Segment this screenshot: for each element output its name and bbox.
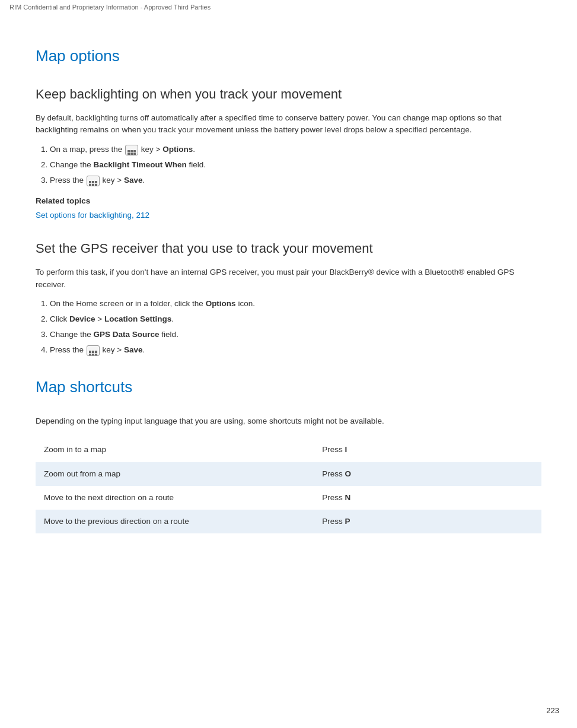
shortcuts-table: Zoom in to a map Press I Zoom out from a… (36, 438, 541, 533)
backlighting-step-3: Press the (50, 174, 541, 187)
confidential-bar: RIM Confidential and Proprietary Informa… (0, 0, 577, 15)
shortcuts-table-body: Zoom in to a map Press I Zoom out from a… (36, 438, 541, 533)
confidential-text: RIM Confidential and Proprietary Informa… (9, 4, 211, 11)
gps-step-3: Change the GPS Data Source field. (50, 329, 541, 341)
menu-key-icon-2 (87, 176, 100, 186)
map-shortcuts-section: Map shortcuts Depending on the typing in… (36, 376, 541, 533)
gps-step-2: Click Device > Location Settings. (50, 313, 541, 326)
backlighting-steps: On a map, press the (50, 144, 541, 187)
backlighting-subsection: Keep backlighting on when you track your… (36, 84, 541, 222)
map-options-title: Map options (36, 44, 541, 68)
related-topics-block: Related topics Set options for backlight… (36, 195, 541, 222)
shortcut-action-1: Zoom in to a map (36, 438, 314, 462)
related-topics-label: Related topics (36, 195, 541, 207)
shortcuts-description: Depending on the typing input language t… (36, 415, 541, 427)
gps-step-4: Press the (50, 344, 541, 357)
gps-step-1: On the Home screen or in a folder, click… (50, 298, 541, 310)
shortcut-key-4: Press P (314, 510, 541, 533)
map-shortcuts-title: Map shortcuts (36, 376, 541, 399)
backlighting-intro: By default, backlighting turns off autom… (36, 112, 541, 137)
map-options-section: Map options Keep backlighting on when yo… (36, 44, 541, 357)
table-row: Zoom in to a map Press I (36, 438, 541, 462)
shortcut-action-4: Move to the previous direction on a rout… (36, 510, 314, 533)
table-row: Move to the next direction on a route Pr… (36, 486, 541, 510)
table-row: Zoom out from a map Press O (36, 462, 541, 486)
related-link[interactable]: Set options for backlighting, 212 (36, 211, 149, 220)
backlighting-step-1: On a map, press the (50, 144, 541, 156)
shortcut-action-3: Move to the next direction on a route (36, 486, 314, 510)
gps-subsection: Set the GPS receiver that you use to tra… (36, 239, 541, 357)
menu-key-icon-3 (87, 345, 100, 356)
shortcut-action-2: Zoom out from a map (36, 462, 314, 486)
page-number: 223 (546, 705, 559, 717)
gps-intro: To perform this task, if you don't have … (36, 266, 541, 291)
table-row: Move to the previous direction on a rout… (36, 510, 541, 533)
menu-key-icon-1 (125, 145, 138, 155)
backlighting-step-2: Change the Backlight Timeout When field. (50, 159, 541, 171)
shortcut-key-2: Press O (314, 462, 541, 486)
backlighting-heading: Keep backlighting on when you track your… (36, 84, 541, 104)
gps-heading: Set the GPS receiver that you use to tra… (36, 239, 541, 258)
shortcut-key-3: Press N (314, 486, 541, 510)
shortcut-key-1: Press I (314, 438, 541, 462)
gps-steps: On the Home screen or in a folder, click… (50, 298, 541, 357)
